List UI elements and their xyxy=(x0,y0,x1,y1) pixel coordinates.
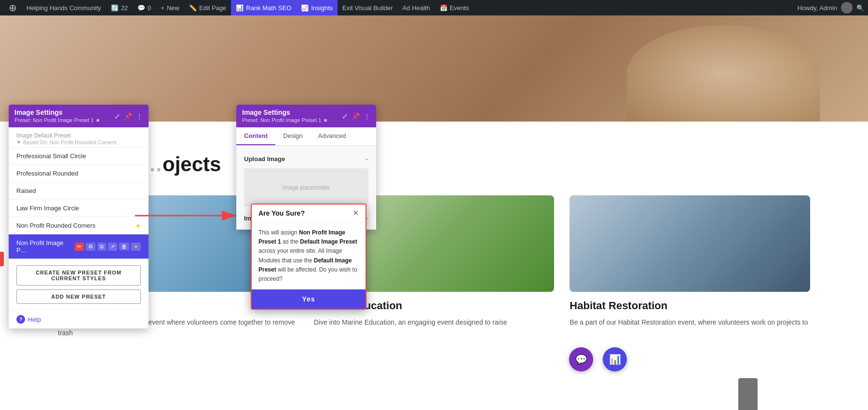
tab-design[interactable]: Design xyxy=(275,127,310,145)
star-preset-button[interactable]: ★ xyxy=(131,243,141,251)
programs-label: PROGRAMS xyxy=(58,141,810,148)
pin-icon[interactable]: 📌 xyxy=(124,112,132,120)
panel2-pin-icon[interactable]: 📌 xyxy=(352,112,360,120)
panel2-title: Image Settings xyxy=(242,109,328,116)
create-preset-button[interactable]: CREATE NEW PRESET FROM CURRENT STYLES xyxy=(16,265,141,286)
share-preset-button[interactable]: ↗ xyxy=(108,243,117,251)
pencil-icon: ✏️ xyxy=(189,4,197,12)
preset-group-based-on: Based On: Non Profit Rounded Corners xyxy=(23,139,117,145)
help-link[interactable]: ? Help xyxy=(9,310,149,328)
update-count: 22 xyxy=(121,4,128,12)
help-icon: ? xyxy=(16,315,25,324)
comments-item[interactable]: 💬 0 xyxy=(133,0,156,15)
calendar-icon: 📅 xyxy=(440,4,448,12)
side-indicator xyxy=(0,252,4,266)
events-label: Events xyxy=(450,4,469,12)
dialog-msg1: This will assign xyxy=(258,229,299,236)
update-icon: 🔄 xyxy=(111,4,119,12)
preset-item-0[interactable]: Professional Small Circle xyxy=(9,148,149,165)
site-name: Helping Hands Community xyxy=(27,4,101,12)
preset-group-sub: ★ Based On: Non Profit Rounded Corners xyxy=(16,139,141,145)
admin-bar: ⊕ Helping Hands Community 🔄 22 💬 0 + New… xyxy=(0,0,868,15)
plus-icon: + xyxy=(161,4,164,12)
search-icon[interactable]: 🔍 xyxy=(856,4,864,12)
image-settings-panel-left: Image Settings Preset: Non Profit Image … xyxy=(9,105,149,328)
panel-footer-left: CREATE NEW PRESET FROM CURRENT STYLES AD… xyxy=(9,259,149,310)
ad-health-item[interactable]: Ad Health xyxy=(398,0,435,15)
section-expand-icon[interactable]: − xyxy=(365,156,368,163)
rank-math-icon: 📊 xyxy=(236,4,244,12)
dialog-close-button[interactable]: ✕ xyxy=(353,209,359,217)
active-preset-actions: ✏ ⚙ ⧉ ↗ 🗑 ★ xyxy=(75,243,141,251)
maximize-icon[interactable]: ⤢ xyxy=(114,112,120,120)
panel2-tabs: Content Design Advanced xyxy=(236,127,376,146)
upload-placeholder: Image placeholder xyxy=(283,184,330,191)
help-label: Help xyxy=(28,316,41,323)
dialog-yes-button[interactable]: Yes xyxy=(252,289,366,309)
dialog-body: This will assign Non Profit Image Preset… xyxy=(252,222,366,289)
howdy-text: Howdy, Admin xyxy=(798,4,837,12)
exit-visual-builder-item[interactable]: Exit Visual Builder xyxy=(338,0,398,15)
preset-group-label: Image Default Preset xyxy=(16,132,141,139)
wp-logo-item[interactable]: ⊕ xyxy=(4,0,22,15)
programs-grid: Coastal Cleanup Join us for a Coastal Cl… xyxy=(58,195,810,339)
dialog-header: Are You Sure? ✕ xyxy=(252,205,366,222)
panel-header-actions-left: ⤢ 📌 ⋮ xyxy=(114,112,143,120)
confirm-dialog: Are You Sure? ✕ This will assign Non Pro… xyxy=(251,204,366,310)
exit-vb-label: Exit Visual Builder xyxy=(342,4,393,12)
rank-math-item[interactable]: 📊 Rank Math SEO xyxy=(231,0,296,15)
star-icon-item4: ★ xyxy=(136,222,141,229)
delete-preset-button[interactable]: 🗑 xyxy=(119,243,129,250)
tab-content[interactable]: Content xyxy=(236,127,275,145)
admin-bar-right: Howdy, Admin 🔍 xyxy=(798,2,864,14)
chat-float-button[interactable]: 💬 xyxy=(569,347,593,371)
add-preset-button[interactable]: ADD NEW PRESET xyxy=(16,289,141,304)
hands-detail xyxy=(627,25,820,122)
events-item[interactable]: 📅 Events xyxy=(435,0,474,15)
edit-page-item[interactable]: ✏️ Edit Page xyxy=(184,0,231,15)
preset-item-1[interactable]: Professional Rounded xyxy=(9,165,149,182)
wp-logo-icon: ⊕ xyxy=(9,2,17,14)
panel2-preset: Preset: Non Profit Image Preset 1 ★ xyxy=(242,117,328,123)
admin-avatar xyxy=(841,2,853,14)
panel2-section-upload: Upload Image − xyxy=(244,151,368,164)
ad-health-label: Ad Health xyxy=(403,4,430,12)
insights-label: Insights xyxy=(311,4,333,12)
dialog-msg2: as the xyxy=(281,238,300,245)
duplicate-preset-button[interactable]: ⧉ xyxy=(97,243,106,251)
preset-item-3[interactable]: Law Firm Image Circle xyxy=(9,200,149,217)
new-item[interactable]: + New xyxy=(156,0,184,15)
edit-page-label: Edit Page xyxy=(199,4,226,12)
preset-item-active[interactable]: Non Profit Image P… ✏ ⚙ ⧉ ↗ 🗑 ★ xyxy=(9,234,149,259)
preset-group-header: Image Default Preset ★ Based On: Non Pro… xyxy=(9,127,149,148)
image-upload-area[interactable]: Image placeholder xyxy=(244,168,368,207)
panel-header-left: Image Settings Preset: Non Profit Image … xyxy=(9,105,149,127)
site-name-item[interactable]: Helping Hands Community xyxy=(22,0,106,15)
preset-item-4[interactable]: Non Profit Rounded Corners ★ xyxy=(9,217,149,234)
more-icon[interactable]: ⋮ xyxy=(136,112,143,120)
stats-icon: 📊 xyxy=(609,354,621,365)
panel2-header: Image Settings Preset: Non Profit Image … xyxy=(236,105,376,127)
panel2-maximize-icon[interactable]: ⤢ xyxy=(342,112,348,120)
comment-count: 0 xyxy=(148,4,151,12)
stats-float-button[interactable]: 📊 xyxy=(603,347,627,371)
dialog-bold2: Default Image Preset xyxy=(300,238,357,245)
page-background: GET INVOLVED PROGRAMS Current I…ojects C… xyxy=(0,15,868,410)
star-icon-sub: ★ xyxy=(16,139,21,145)
insights-icon: 📈 xyxy=(301,4,309,12)
rank-math-label: Rank Math SEO xyxy=(246,4,291,12)
panel-body-left: Image Default Preset ★ Based On: Non Pro… xyxy=(9,127,149,259)
updates-item[interactable]: 🔄 22 xyxy=(106,0,133,15)
panel2-more-icon[interactable]: ⋮ xyxy=(364,112,370,120)
preset-item-2[interactable]: Raised xyxy=(9,182,149,200)
settings-preset-button[interactable]: ⚙ xyxy=(86,243,95,251)
edit-preset-button[interactable]: ✏ xyxy=(75,243,84,251)
chat-icon: 💬 xyxy=(575,354,587,365)
dialog-footer: Yes xyxy=(252,289,366,309)
insights-item[interactable]: 📈 Insights xyxy=(296,0,338,15)
comment-icon: 💬 xyxy=(137,4,145,12)
panel2-header-actions: ⤢ 📌 ⋮ xyxy=(342,112,370,120)
tab-advanced[interactable]: Advanced xyxy=(311,127,354,145)
programs-heading: Current I…ojects xyxy=(58,153,810,176)
dialog-title: Are You Sure? xyxy=(258,209,305,217)
